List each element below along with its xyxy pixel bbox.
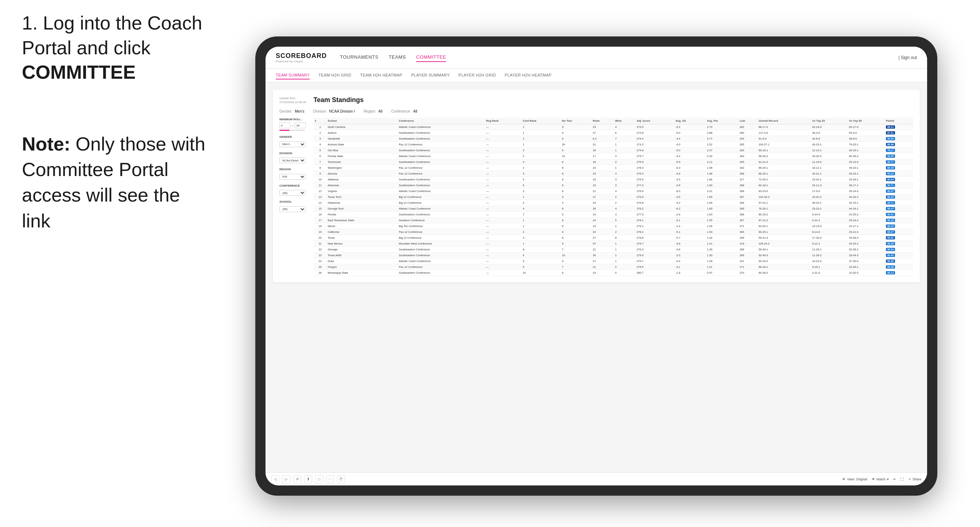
logo-sub: Powered by clippd <box>276 60 303 63</box>
table-row: 12VirginiaAtlantic Coast Conference—3821… <box>313 189 913 194</box>
data-table: # School Conference Reg Rank Conf Rank N… <box>313 118 913 276</box>
filter-group-division: Division NCAA Division I <box>279 152 309 163</box>
table-layout: Minimum Rou... – Gender <box>279 118 913 276</box>
toolbar-view-original[interactable]: 👁 View: Original <box>842 478 867 481</box>
table-row: 13Texas TechBig 12 Conference—19272276.9… <box>313 194 913 200</box>
sign-out-link[interactable]: Sign out <box>901 55 917 60</box>
school-select[interactable]: (All) <box>279 206 305 212</box>
table-row: 6Florida StateAtlantic Coast Conference—… <box>313 154 913 159</box>
filter-gender: Gender: Men's <box>279 110 305 113</box>
toolbar-btn-refresh[interactable]: ↺ <box>293 475 301 483</box>
table-row: 2AuburnSoutheastern Conference—19276273.… <box>313 130 913 136</box>
toolbar-watch[interactable]: 👁 Watch ▾ <box>872 478 889 481</box>
toolbar-btn-timer[interactable]: ⏱ <box>337 475 345 483</box>
col-school: School <box>326 118 398 124</box>
fullscreen-icon: ⛶ <box>900 478 904 481</box>
filter-region: Region: All <box>364 110 383 113</box>
min-rounds-input[interactable] <box>279 122 290 128</box>
filter-group-school: School (All) <box>279 200 309 212</box>
card-header: Update time: 27/03/2024 16:56:26 Team St… <box>279 96 913 104</box>
toolbar-annotate[interactable]: ✏ <box>893 478 896 481</box>
nav-bar: SCOREBOARD Powered by clippd TOURNAMENTS… <box>266 47 927 68</box>
col-rnds: Rnds <box>592 118 614 124</box>
share-icon: ↗ <box>908 478 911 481</box>
toolbar-left: ◁ ▷ ↺ ⬆ □ ⋯ ⏱ <box>271 475 345 483</box>
col-conf-rank: Conf Rank <box>522 118 561 124</box>
filter-group-gender: Gender Men's <box>279 135 309 147</box>
nav-link-committee[interactable]: COMMITTEE <box>416 53 446 62</box>
division-select[interactable]: NCAA Division I <box>279 157 305 163</box>
watch-dropdown-icon: ▾ <box>887 478 889 481</box>
sub-nav-player-h2h-grid[interactable]: PLAYER H2H GRID <box>458 71 496 79</box>
conference-select[interactable]: (All) <box>279 190 305 196</box>
tablet-frame: SCOREBOARD Powered by clippd TOURNAMENTS… <box>255 37 937 496</box>
sub-nav-team-h2h-grid[interactable]: TEAM H2H GRID <box>318 71 351 79</box>
sub-nav-player-summary[interactable]: PLAYER SUMMARY <box>411 71 450 79</box>
filter-group-rounds: Minimum Rou... – <box>279 118 309 131</box>
toolbar-right: 👁 View: Original 👁 Watch ▾ ✏ ⛶ ↗ Share <box>842 478 921 481</box>
table-row: 18IllinoisBig Ten Conference—16231279.1-… <box>313 224 913 229</box>
update-time: Update time: 27/03/2024 16:56:26 <box>279 96 306 104</box>
table-row: 26Mississippi StateSoutheastern Conferen… <box>313 270 913 276</box>
note-section: Note: Only those with Committee Portal a… <box>22 131 212 233</box>
toolbar-btn-back[interactable]: ◁ <box>271 475 279 483</box>
sidebar-filters: Minimum Rou... – Gender <box>279 118 309 276</box>
toolbar-btn-bookmark[interactable]: □ <box>315 475 323 483</box>
filter-range: – <box>279 122 309 128</box>
col-vs-top-50: Vs Top 50 <box>848 118 885 124</box>
view-original-icon: 👁 <box>842 478 845 481</box>
col-low: Low <box>738 118 757 124</box>
sub-nav-player-h2h-heatmap[interactable]: PLAYER H2H HEATMAP <box>505 71 552 79</box>
max-rounds-input[interactable] <box>295 122 305 128</box>
nav-links: TOURNAMENTS TEAMS COMMITTEE <box>340 53 446 62</box>
card-title: Team Standings <box>313 96 364 104</box>
toolbar-btn-menu[interactable]: ⋯ <box>326 475 334 483</box>
instruction-text: 1. Log into the Coach Portal and click C… <box>22 11 226 85</box>
table-row: 5Ole MissSoutheastern Conference—3618127… <box>313 148 913 154</box>
table-row: 1North CarolinaAtlantic Coast Conference… <box>313 124 913 130</box>
col-rank: # <box>313 118 326 124</box>
sub-nav-team-h2h-heatmap[interactable]: TEAM H2H HEATMAP <box>360 71 402 79</box>
gender-select[interactable]: Men's <box>279 141 305 147</box>
toolbar-share[interactable]: ↗ Share <box>908 478 921 481</box>
table-row: 8WashingtonPac-12 Conference—28231276.3-… <box>313 165 913 171</box>
col-avg-sg: Avg. SG <box>675 118 706 124</box>
nav-right: | Sign out <box>899 55 917 60</box>
data-table-container: # School Conference Reg Rank Conf Rank N… <box>313 118 913 276</box>
filter-slider[interactable] <box>279 130 305 131</box>
nav-left: SCOREBOARD Powered by clippd TOURNAMENTS… <box>276 52 446 63</box>
table-row: 11ArkansasSoutheastern Conference—682332… <box>313 183 913 189</box>
table-row: 17East Tennessee StateSouthern Conferenc… <box>313 217 913 224</box>
filter-conference: Conference: All <box>391 110 417 113</box>
nav-link-tournaments[interactable]: TOURNAMENTS <box>340 53 379 62</box>
table-row: 10AlabamaSoutheastern Conference—5623327… <box>313 177 913 183</box>
table-row: 3VanderbiltSoutheastern Conference—286.2… <box>313 136 913 142</box>
toolbar-btn-forward[interactable]: ▷ <box>282 475 290 483</box>
filter-group-region: Region N/A <box>279 168 309 180</box>
table-row: 25OregonPac-12 Conference—57210279.5-3.1… <box>313 264 913 270</box>
table-row: 20TexasBig 12 Conference—38278279.8-0.71… <box>313 235 913 241</box>
col-avg-par: Avg. Par <box>706 118 738 124</box>
col-wins: Wins <box>614 118 636 124</box>
instruction-area: 1. Log into the Coach Portal and click C… <box>22 11 226 85</box>
main-content: Update time: 27/03/2024 16:56:26 Team St… <box>266 83 927 472</box>
col-conference: Conference <box>398 118 485 124</box>
table-row: 19CaliforniaPac-12 Conference—48242278.2… <box>313 229 913 235</box>
content-card: Update time: 27/03/2024 16:56:26 Team St… <box>273 90 920 283</box>
nav-link-teams[interactable]: TEAMS <box>389 53 406 62</box>
toolbar-btn-share-small[interactable]: ⬆ <box>304 475 312 483</box>
table-row: 24DukeAtlantic Coast Conference—59271279… <box>313 259 913 264</box>
table-row: 4Arizona StatePac-12 Conference—12631127… <box>313 142 913 148</box>
region-select[interactable]: N/A <box>279 174 305 180</box>
watch-icon: 👁 <box>872 478 875 481</box>
bottom-toolbar: ◁ ▷ ↺ ⬆ □ ⋯ ⏱ 👁 View: Original 👁 Watch ▾ <box>266 472 927 486</box>
filter-division: Division: NCAA Division I <box>313 110 355 113</box>
annotate-icon: ✏ <box>893 478 896 481</box>
toolbar-fullscreen[interactable]: ⛶ <box>900 478 904 481</box>
col-no-tour: No Tour <box>561 118 592 124</box>
col-points: Points <box>885 118 913 124</box>
tablet-screen: SCOREBOARD Powered by clippd TOURNAMENTS… <box>266 47 927 486</box>
table-row: 23Texas A&MSoutheastern Conference—91030… <box>313 252 913 259</box>
col-vs-top-25: Vs Top 25 <box>811 118 848 124</box>
sub-nav-team-summary[interactable]: TEAM SUMMARY <box>276 71 310 79</box>
